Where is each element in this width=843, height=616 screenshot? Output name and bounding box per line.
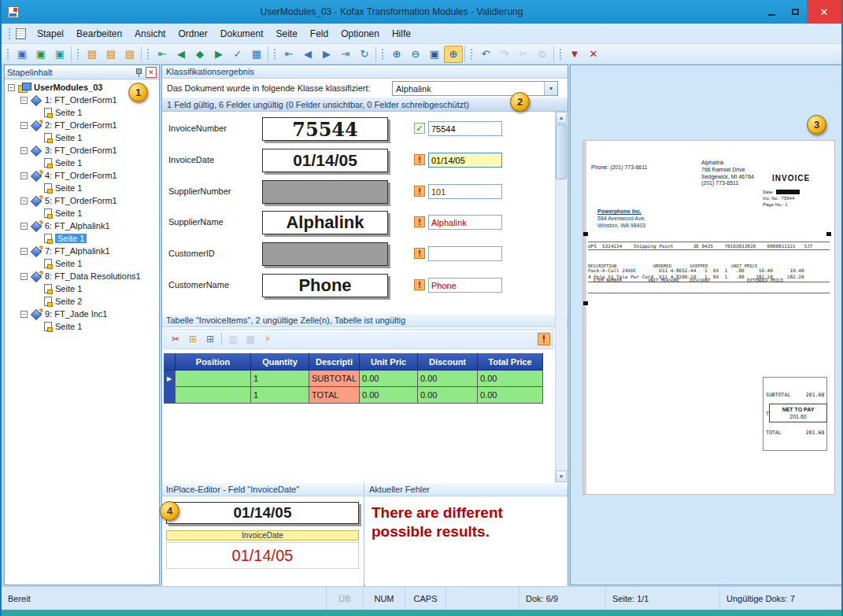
revalidate-table-button[interactable]: ⚡ — [259, 331, 276, 347]
tree-doc-8[interactable]: −8: FT_Data Resolutions1 — [5, 270, 159, 282]
first-invalid-field-button[interactable]: ⇤ — [153, 46, 172, 63]
document-image[interactable]: Phone: (201) 773-6611 Alphalink 766 Rams… — [582, 140, 835, 495]
expander-icon[interactable]: − — [20, 147, 28, 154]
column-header-unitprice[interactable]: Unit Pric — [360, 353, 418, 371]
insert-row-button[interactable]: ⊞ — [202, 331, 219, 347]
field-input-invoicedate[interactable] — [428, 153, 502, 168]
prev-invalid-field-button[interactable]: ◀ — [172, 46, 190, 63]
menu-stapel[interactable]: Stapel — [31, 25, 70, 42]
tree-doc-2[interactable]: −2: FT_OrderForm1 — [5, 119, 159, 131]
panel-close-icon[interactable]: ✕ — [146, 67, 157, 78]
cell-position[interactable] — [176, 371, 251, 387]
tree-page[interactable]: Seite 1 — [5, 182, 159, 194]
cell-unitprice[interactable]: 0.00 — [360, 371, 418, 387]
expander-icon[interactable]: − — [20, 273, 28, 280]
merge-cells-button[interactable]: ▥ — [224, 331, 242, 347]
menu-dokument[interactable]: Dokument — [214, 25, 270, 42]
show-field-form-button[interactable]: ▦ — [247, 46, 266, 63]
parent-folder-button[interactable]: ▤ — [83, 46, 102, 63]
first-page-button[interactable]: ⇤ — [279, 46, 298, 63]
class-combobox[interactable]: Alphalink ▾ — [392, 81, 558, 96]
add-row-button[interactable]: ⊞ — [184, 331, 202, 347]
tree-doc-5[interactable]: −5: FT_OrderForm1 — [5, 194, 159, 207]
tree-doc-6[interactable]: −6: FT_Alphalink1 — [5, 219, 159, 232]
expander-icon[interactable]: − — [20, 223, 28, 230]
inplace-field-value[interactable]: 01/14/05 — [166, 542, 359, 569]
tree-page[interactable]: Seite 1 — [5, 207, 159, 219]
column-header-quantity[interactable]: Quantity — [251, 353, 309, 371]
open-batch-button[interactable]: ▣ — [13, 46, 31, 63]
expander-icon[interactable]: − — [20, 197, 28, 205]
menu-hilfe[interactable]: Hilfe — [386, 25, 417, 42]
cell-discount[interactable]: 0.00 — [418, 387, 478, 404]
zoom-out-button[interactable]: ⊖ — [406, 46, 425, 63]
tree-doc-4[interactable]: −4: FT_OrderForm1 — [5, 169, 159, 182]
cell-totalprice[interactable]: 0.00 — [478, 387, 543, 404]
row-selector[interactable] — [164, 387, 176, 404]
expander-icon[interactable]: − — [20, 122, 28, 129]
column-header-discount[interactable]: Discount — [418, 353, 478, 371]
toolbar-grip[interactable] — [470, 48, 473, 61]
cell-description[interactable]: SUBTOTAL — [309, 371, 360, 387]
minimize-button[interactable] — [760, 0, 783, 24]
last-page-button[interactable]: ⇥ — [336, 46, 355, 63]
tree-doc-7[interactable]: −7: FT_Alphalink1 — [5, 245, 159, 257]
prev-page-button[interactable]: ◀ — [298, 46, 317, 63]
expander-icon[interactable]: − — [8, 84, 15, 91]
expander-icon[interactable]: − — [20, 311, 28, 318]
maximize-button[interactable] — [783, 0, 807, 24]
expander-icon[interactable]: − — [20, 97, 28, 104]
toolbar-grip[interactable] — [559, 48, 562, 61]
toolbar-grip[interactable] — [6, 48, 9, 61]
cell-quantity[interactable]: 1 — [251, 371, 309, 387]
cell-unitprice[interactable]: 0.00 — [360, 387, 418, 404]
row-selector[interactable]: ▶ — [164, 371, 176, 387]
open-folder-button[interactable]: ▤ — [102, 46, 120, 63]
redo-button[interactable]: ↷ — [495, 46, 514, 63]
toolbar-grip[interactable] — [273, 48, 276, 61]
tree-page[interactable]: Seite 1 — [5, 157, 159, 169]
menu-feld[interactable]: Feld — [304, 25, 335, 42]
undo-button[interactable]: ↶ — [476, 46, 495, 63]
cell-quantity[interactable]: 1 — [251, 387, 309, 404]
expander-icon[interactable]: − — [20, 248, 28, 255]
suspend-batch-button[interactable]: ▣ — [50, 46, 69, 63]
toolbar-grip[interactable] — [146, 48, 150, 61]
toolbar-grip[interactable] — [76, 48, 79, 61]
menu-bearbeiten[interactable]: Bearbeiten — [70, 25, 128, 42]
menu-seite[interactable]: Seite — [270, 25, 304, 42]
field-input-suppliernumber[interactable] — [428, 184, 502, 199]
delete-document-button[interactable]: ✕ — [584, 46, 603, 63]
cell-description[interactable]: TOTAL — [309, 387, 360, 404]
close-batch-button[interactable]: ▣ — [31, 46, 50, 63]
close-button[interactable]: ✕ — [807, 0, 841, 24]
cell-totalprice[interactable]: 0.00 — [478, 371, 543, 387]
next-invalid-field-button[interactable]: ▶ — [209, 46, 228, 63]
split-cells-button[interactable]: ▦ — [242, 331, 259, 347]
column-header-totalprice[interactable]: Total Price — [478, 353, 543, 371]
scroll-down-icon[interactable]: ▼ — [556, 470, 567, 482]
chevron-down-icon[interactable]: ▾ — [544, 82, 557, 95]
zoom-selection-button[interactable]: ⊕ — [444, 46, 463, 63]
tree-doc-3[interactable]: −3: FT_OrderForm1 — [5, 144, 159, 157]
field-input-suppliername[interactable] — [428, 215, 502, 230]
tree-page[interactable]: Seite 1 — [5, 282, 159, 295]
tree-page[interactable]: Seite 1 — [5, 131, 159, 144]
tree-page[interactable]: Seite 2 — [5, 295, 159, 308]
fit-page-button[interactable]: ▣ — [425, 46, 444, 63]
toolbar-grip[interactable] — [381, 48, 384, 61]
field-input-invoicenumber[interactable] — [428, 121, 502, 136]
reject-field-button[interactable]: ▼ — [565, 46, 584, 63]
menubar-grip[interactable] — [8, 28, 11, 40]
tree-page-selected[interactable]: Seite 1 — [5, 232, 159, 245]
goto-field-button[interactable]: ◆ — [190, 46, 209, 63]
tree-doc-9[interactable]: −9: FT_Jade Inc1 — [5, 308, 159, 320]
cell-position[interactable] — [176, 387, 251, 404]
cut-button[interactable]: ✂ — [514, 46, 533, 63]
scrollbar-thumb[interactable] — [556, 124, 567, 179]
rotate-page-button[interactable]: ↻ — [355, 46, 374, 63]
menu-ordner[interactable]: Ordner — [172, 25, 213, 42]
field-input-customername[interactable] — [428, 278, 502, 293]
pin-icon[interactable] — [134, 68, 143, 77]
expander-icon[interactable]: − — [20, 172, 28, 179]
